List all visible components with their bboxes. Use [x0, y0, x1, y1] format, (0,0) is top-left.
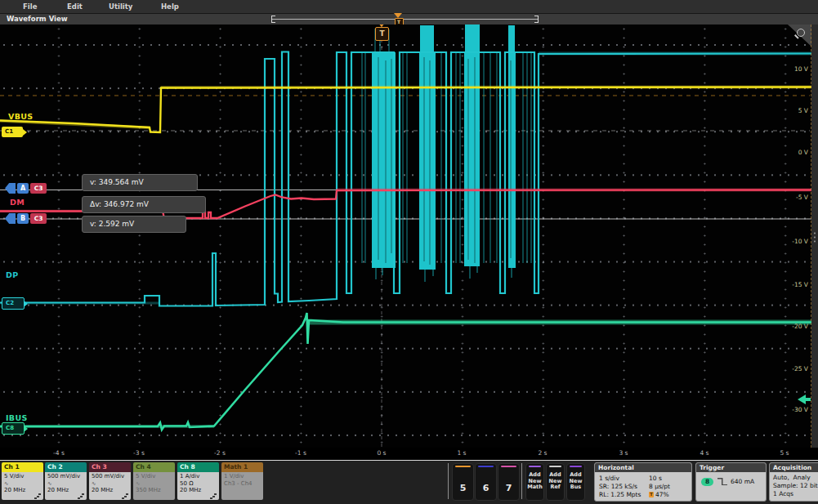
probe-icon: ∿ — [47, 480, 85, 488]
ch6-color-stripe — [478, 466, 494, 467]
channel-badge-ch2[interactable]: Ch 2 500 mV/div ∿ 20 MHz — [45, 462, 87, 500]
bandwidth-filter-icon — [34, 493, 41, 499]
dm-label: DM — [10, 198, 25, 207]
ch8-scale: 1 A/div — [180, 473, 217, 480]
ch7-color-stripe — [501, 466, 516, 467]
oscilloscope-screen: File Edit Utility Help Waveform View T — [0, 0, 818, 504]
ref-color-stripe — [549, 466, 561, 467]
v-axis-label: -30 V — [780, 406, 808, 414]
ch6-button-label: 6 — [483, 483, 489, 493]
magnifier-icon — [797, 29, 805, 37]
add-ref-line3: Ref — [547, 484, 564, 491]
position-bar-left-bracket — [271, 16, 275, 23]
trigger-flag[interactable]: T — [375, 27, 389, 41]
channel-button-7[interactable]: 7 — [498, 463, 520, 501]
ch2-tag-tip-icon — [24, 301, 28, 307]
cursor-b-channel-badge[interactable]: C3 — [30, 213, 47, 224]
trigger-panel-header: Trigger — [696, 463, 766, 472]
mini-trigger-icon: T — [649, 492, 654, 497]
math1-badge-header: Math 1 — [221, 462, 263, 472]
v-axis-label: -15 V — [780, 281, 808, 289]
t-axis-label: 2 s — [526, 449, 559, 457]
ch3-scale: 500 mV/div — [92, 473, 129, 480]
ibus-trace[interactable] — [0, 313, 811, 430]
horizontal-position-bar[interactable]: T — [271, 16, 539, 23]
ch2-position-tag[interactable]: C2 — [2, 297, 25, 310]
horizontal-panel[interactable]: Horizontal 1 s/div 10 s SR: 125 kS/s 8 μ… — [594, 462, 692, 502]
channel-button-5[interactable]: 5 — [452, 463, 474, 501]
menu-bar: File Edit Utility Help — [0, 0, 818, 14]
channel-badge-ch8[interactable]: Ch 8 1 A/div 50 Ω 20 MHz — [177, 462, 219, 500]
ch4-scale: 5 V/div — [136, 473, 173, 480]
channel-badge-ch1[interactable]: Ch 1 5 V/div ∿ 20 MHz — [2, 462, 43, 500]
cursor-b-badge[interactable]: B — [17, 213, 29, 224]
ch1-position-tag[interactable]: C1 — [2, 127, 23, 137]
v-axis-label: -10 V — [780, 238, 808, 246]
ch8-badge-header: Ch 8 — [177, 462, 219, 472]
trigger-level: 640 mA — [731, 478, 754, 486]
channel-badge-ch4[interactable]: Ch 4 5 V/div ∿ 350 MHz — [133, 462, 175, 500]
add-new-ref-button[interactable]: Add New Ref — [546, 463, 565, 501]
v-axis-label: 10 V — [780, 65, 808, 74]
acquisition-panel[interactable]: Acquisition Auto, Analy Sample: 12 bit 1… — [769, 462, 818, 502]
trigger-level-arrow-icon[interactable] — [798, 395, 806, 404]
t-axis-label: -2 s — [203, 449, 236, 457]
v-axis-label: -20 V — [780, 323, 808, 331]
sample-interval: 8 μs/pt — [649, 483, 670, 491]
probe-icon: ∿ — [92, 480, 129, 488]
sample-rate: SR: 125 kS/s — [599, 483, 637, 491]
acquisition-sample-bits: Sample: 12 bit — [773, 482, 818, 490]
waveform-canvas — [0, 25, 811, 448]
cursor-a-channel-badge[interactable]: C3 — [30, 183, 47, 194]
ch4-bandwidth: 350 MHz — [136, 487, 173, 494]
horizontal-scale: 1 s/div — [599, 475, 619, 483]
probe-icon: ∿ — [136, 480, 173, 488]
cursor-a-badge[interactable]: A — [17, 183, 29, 194]
menu-utility[interactable]: Utility — [109, 2, 132, 11]
t-axis-label: 0 s — [365, 449, 398, 457]
t-axis-label: 1 s — [445, 449, 478, 457]
acquisition-count: 1 Acqs — [773, 490, 793, 498]
add-new-math-button[interactable]: Add New Math — [525, 463, 544, 501]
t-axis-label: 5 s — [768, 449, 801, 457]
ch5-color-stripe — [455, 466, 471, 467]
ch1-scale: 5 V/div — [4, 473, 42, 480]
position-percent: T47% — [649, 491, 669, 499]
waveform-plot: T 10 V 5 V 0 V -5 V -10 V -15 V -20 V -2… — [0, 25, 811, 448]
trigger-panel[interactable]: Trigger 8 640 mA — [695, 462, 767, 502]
t-axis-label: -3 s — [123, 449, 155, 457]
add-math-line3: Math — [526, 484, 543, 491]
v-axis-label: 5 V — [780, 107, 808, 115]
menu-edit[interactable]: Edit — [67, 2, 83, 11]
ch4-badge-header: Ch 4 — [133, 462, 175, 472]
math1-expression: Ch3 - Ch4 — [224, 480, 261, 488]
cursor-a-readout: v: 349.564 mV — [82, 174, 198, 191]
tab-waveform-view[interactable]: Waveform View — [7, 15, 68, 23]
vbus-trace[interactable] — [0, 87, 811, 133]
menu-help[interactable]: Help — [161, 2, 179, 11]
channel-button-6[interactable]: 6 — [475, 463, 497, 501]
bandwidth-filter-icon — [210, 493, 217, 499]
math-badge-math1[interactable]: Math 1 1 V/div Ch3 - Ch4 — [221, 462, 263, 500]
ch8-tag-tip-icon — [24, 426, 28, 432]
t-axis-label: 4 s — [688, 449, 721, 457]
probe-icon: ∿ — [4, 480, 42, 488]
v-axis-label: -25 V — [780, 365, 808, 373]
vbus-label: VBUS — [8, 112, 33, 121]
ch3-badge-header: Ch 3 — [89, 462, 131, 472]
bandwidth-filter-icon — [78, 493, 84, 499]
menu-file[interactable]: File — [23, 2, 37, 11]
math-color-stripe — [529, 466, 541, 467]
ch8-position-tag[interactable]: C8 — [2, 422, 25, 435]
time-axis: -4 s -3 s -2 s -1 s 0 s 1 s 2 s 3 s 4 s … — [0, 448, 818, 460]
horizontal-span: 10 s — [649, 475, 662, 483]
ch5-button-label: 5 — [460, 483, 467, 493]
channel-badge-ch3[interactable]: Ch 3 500 mV/div ∿ 20 MHz — [89, 462, 131, 500]
add-new-bus-button[interactable]: Add New Bus — [566, 463, 585, 501]
v-axis-label: 0 V — [780, 149, 808, 157]
side-panel-drag-handle[interactable] — [813, 231, 816, 243]
acquisition-mode: Auto, Analy — [773, 474, 811, 482]
ch7-button-label: 7 — [506, 483, 512, 493]
t-axis-label: -4 s — [42, 449, 75, 457]
v-axis-label: -5 V — [780, 194, 808, 202]
